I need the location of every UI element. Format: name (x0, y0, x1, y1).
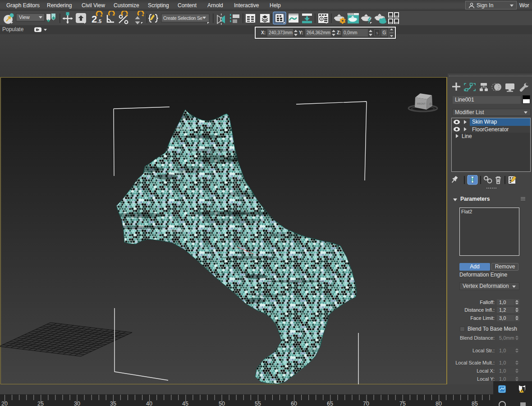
svg-text:85: 85 (472, 401, 478, 406)
svg-text:25: 25 (37, 401, 44, 406)
svg-text:50: 50 (219, 401, 225, 406)
svg-text:35: 35 (110, 401, 116, 406)
svg-text:60: 60 (291, 401, 297, 406)
svg-text:80: 80 (436, 401, 442, 406)
svg-text:45: 45 (182, 401, 188, 406)
svg-text:65: 65 (327, 401, 333, 406)
svg-text:FRONT: FRONT (417, 102, 426, 105)
svg-text:30: 30 (74, 401, 80, 406)
svg-text:75: 75 (399, 401, 406, 406)
svg-text:55: 55 (255, 401, 261, 406)
svg-text:40: 40 (146, 401, 152, 406)
svg-text:70: 70 (363, 401, 369, 406)
svg-text:20: 20 (1, 401, 8, 406)
